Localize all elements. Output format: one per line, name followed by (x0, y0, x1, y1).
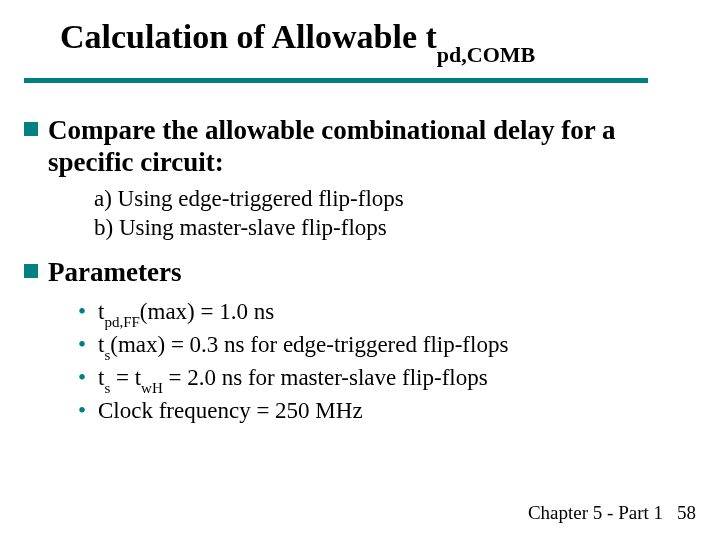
bullet-1-text: Compare the allowable combinational dela… (48, 114, 616, 179)
square-bullet-icon (24, 122, 38, 136)
footer-page-number: 58 (677, 502, 696, 523)
param-1: • tpd,FF(max) = 1.0 ns (78, 297, 680, 330)
title-subscript: pd,COMB (437, 42, 535, 67)
param-3-post: = 2.0 ns for master-slave flip-flops (163, 365, 488, 390)
param-3-sub2: wH (141, 380, 163, 396)
param-1-post: (max) = 1.0 ns (140, 299, 274, 324)
param-4: • Clock frequency = 250 MHz (78, 396, 680, 426)
dot-bullet-icon: • (78, 297, 98, 327)
slide: Calculation of Allowable tpd,COMB Compar… (0, 0, 720, 540)
parameters-list: • tpd,FF(max) = 1.0 ns • ts(max) = 0.3 n… (78, 297, 680, 426)
slide-title: Calculation of Allowable tpd,COMB (60, 18, 680, 62)
bullet-2: Parameters (24, 256, 680, 288)
param-1-text: tpd,FF(max) = 1.0 ns (98, 297, 274, 330)
bullet-2-text: Parameters (48, 256, 181, 288)
title-main-pre: Calculation of Allowable t (60, 18, 437, 55)
param-3-text: ts = twH = 2.0 ns for master-slave flip-… (98, 363, 488, 396)
bullet-1-line1: Compare the allowable combinational dela… (48, 115, 616, 145)
dot-bullet-icon: • (78, 330, 98, 360)
param-1-sub: pd,FF (104, 314, 139, 330)
param-2-post: (max) = 0.3 ns for edge-triggered flip-f… (110, 332, 508, 357)
param-3-sub1: s (104, 380, 110, 396)
square-bullet-icon (24, 264, 38, 278)
param-4-text: Clock frequency = 250 MHz (98, 396, 363, 426)
param-3-mid: = t (110, 365, 141, 390)
title-underline (24, 78, 648, 83)
param-2: • ts(max) = 0.3 ns for edge-triggered fl… (78, 330, 680, 363)
slide-body: Compare the allowable combinational dela… (24, 100, 680, 426)
bullet-1: Compare the allowable combinational dela… (24, 114, 680, 179)
footer-chapter: Chapter 5 - Part 1 (528, 502, 663, 523)
dot-bullet-icon: • (78, 396, 98, 426)
param-3: • ts = twH = 2.0 ns for master-slave fli… (78, 363, 680, 396)
bullet-1-line2: specific circuit: (48, 147, 224, 177)
bullet-1-sub-b: b) Using master-slave flip-flops (94, 214, 680, 243)
bullet-1-sub-a: a) Using edge-triggered flip-flops (94, 185, 680, 214)
dot-bullet-icon: • (78, 363, 98, 393)
param-2-sub: s (104, 347, 110, 363)
footer: Chapter 5 - Part 158 (528, 502, 696, 524)
param-2-text: ts(max) = 0.3 ns for edge-triggered flip… (98, 330, 508, 363)
